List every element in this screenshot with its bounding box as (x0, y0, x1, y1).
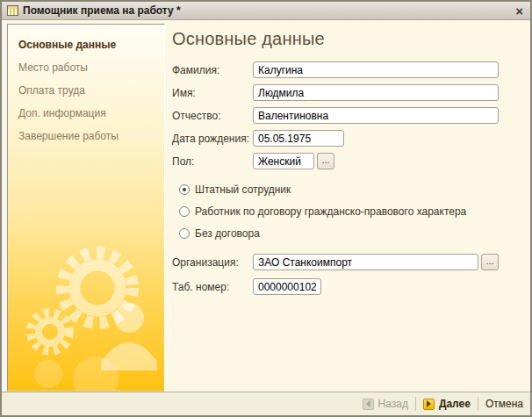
radio-selected-icon[interactable] (179, 184, 190, 195)
radio-unselected-icon[interactable] (179, 206, 190, 217)
step-finish[interactable]: Завершение работы (8, 125, 164, 147)
wizard-steps-panel: Основные данные Место работы Оплата труд… (7, 24, 165, 392)
radio-staff-employee[interactable]: Штатный сотрудник (179, 183, 523, 196)
birth-date-label: Дата рождения: (172, 133, 253, 145)
step-workplace[interactable]: Место работы (8, 56, 164, 79)
first-name-field[interactable] (253, 84, 499, 101)
tab-number-field[interactable] (253, 278, 321, 295)
gender-browse-button[interactable]: ... (317, 153, 334, 169)
step-additional-info[interactable]: Доп. информация (8, 102, 164, 125)
close-icon[interactable]: × (514, 4, 525, 18)
footer-bar: Назад Далее Отмена (2, 392, 530, 415)
radio-unselected-icon[interactable] (179, 228, 190, 239)
last-name-label: Фамилия: (172, 64, 253, 76)
middle-name-field[interactable] (253, 107, 499, 124)
wizard-window: Помощник приема на работу * × Основные д… (0, 0, 532, 417)
organization-block: Организация: ... Таб. номер: (170, 254, 523, 295)
radio-label: Без договора (195, 227, 260, 240)
organization-browse-button[interactable]: ... (481, 254, 499, 270)
radio-no-contract[interactable]: Без договора (179, 227, 523, 240)
gender-field[interactable] (253, 153, 314, 169)
page-title: Основные данные (172, 29, 523, 49)
last-name-field[interactable] (253, 61, 499, 78)
radio-label: Штатный сотрудник (195, 183, 291, 196)
main-form: Основные данные Фамилия: Имя: Отчество: … (165, 20, 530, 392)
footer-divider (478, 397, 478, 411)
tab-number-label: Таб. номер: (172, 281, 253, 293)
radio-label: Работник по договору гражданско-правовог… (195, 205, 466, 218)
organization-label: Организация: (172, 256, 253, 269)
employment-type-group: Штатный сотрудник Работник по договору г… (179, 183, 523, 240)
table-icon (7, 5, 18, 16)
last-name-row: Фамилия: (172, 61, 523, 78)
gears-person-watermark (8, 228, 165, 391)
birth-date-row: Дата рождения: (172, 130, 523, 147)
radio-civil-contract[interactable]: Работник по договору гражданско-правовог… (179, 205, 523, 218)
window-body: Основные данные Место работы Оплата труд… (2, 20, 530, 392)
step-main-data[interactable]: Основные данные (8, 33, 164, 56)
next-button-label: Далее (439, 398, 471, 410)
organization-row: Организация: ... (172, 254, 523, 270)
first-name-label: Имя: (172, 87, 253, 99)
birth-date-field[interactable] (253, 130, 344, 147)
arrow-left-icon (363, 399, 374, 410)
title-bar[interactable]: Помощник приема на работу * × (2, 2, 530, 20)
gender-label: Пол: (172, 155, 253, 168)
organization-field[interactable] (253, 254, 478, 270)
middle-name-row: Отчество: (172, 107, 523, 124)
back-button[interactable]: Назад (363, 398, 408, 410)
back-button-label: Назад (378, 398, 408, 410)
arrow-right-icon (423, 399, 435, 410)
cancel-button[interactable]: Отмена (485, 398, 523, 410)
first-name-row: Имя: (172, 84, 523, 101)
middle-name-label: Отчество: (172, 110, 253, 122)
footer-divider (415, 397, 416, 411)
gender-row: Пол: ... (172, 153, 523, 169)
next-button[interactable]: Далее (423, 398, 471, 410)
tab-number-row: Таб. номер: (172, 278, 523, 295)
step-salary[interactable]: Оплата труда (8, 79, 164, 102)
cancel-button-label: Отмена (485, 398, 523, 410)
window-title: Помощник приема на работу * (23, 4, 181, 17)
